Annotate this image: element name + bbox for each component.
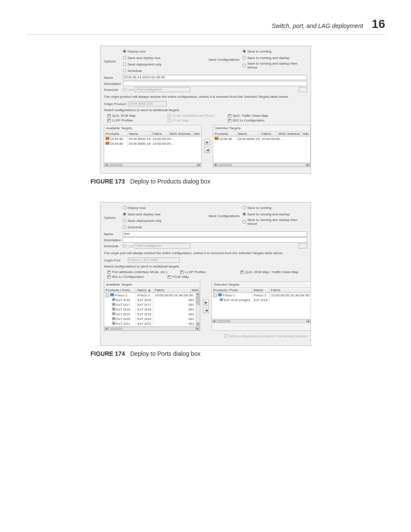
- origin-port-label: Origin Port: [104, 258, 128, 262]
- chk-lldp[interactable]: [107, 119, 111, 122]
- th-fabric[interactable]: Fabric: [153, 288, 190, 292]
- table-row: –Frisco-1Frisco-110:00:00:05:1E:A0:6E:80: [212, 293, 311, 298]
- table-row: ExT 0/16ExT 0/16001: [104, 298, 196, 302]
- table-row: –Frisco-1Frisco-110:00:00:05:1E:A0:6E:80: [104, 293, 196, 298]
- th-mac[interactable]: MAC Address: [277, 131, 302, 136]
- radio-schedule[interactable]: [123, 69, 126, 72]
- radio-save-running-startup[interactable]: [243, 56, 246, 59]
- radio-save-running-startup-reboot[interactable]: [243, 64, 246, 67]
- name-label: Name: [104, 76, 123, 80]
- move-right-button[interactable]: ▶: [203, 299, 209, 305]
- radio-save-deploy-now[interactable]: [123, 212, 126, 216]
- chk-qos-dcb[interactable]: [107, 114, 111, 118]
- radio-save-only[interactable]: [123, 219, 126, 222]
- available-targets-table[interactable]: Available Targets Products / Ports Name …: [104, 281, 200, 331]
- description-input[interactable]: [123, 81, 307, 86]
- table-row: ExT 0/18ExT 0/18001: [104, 307, 196, 312]
- radio-deploy-now[interactable]: [123, 206, 126, 209]
- description-input[interactable]: [123, 237, 307, 243]
- th-products[interactable]: Products: [104, 131, 128, 136]
- selected-targets-title: Selected Targets: [212, 282, 311, 288]
- chk-port-attrs[interactable]: [107, 271, 111, 274]
- available-targets-title: Available Targets: [104, 282, 200, 288]
- radio-label: Deploy now: [128, 206, 146, 210]
- th-inte[interactable]: Inte: [193, 131, 201, 136]
- th-name[interactable]: Name: [237, 131, 260, 136]
- table-row: ExT 0/17ExT 0/17001: [104, 302, 196, 307]
- th-fabric[interactable]: Fabric: [260, 131, 277, 136]
- radio-save-only[interactable]: [123, 62, 126, 66]
- schedule-field: <Not configured>: [134, 243, 190, 249]
- schedule-field: <Not configured>: [134, 87, 190, 92]
- save-config-label: Save Configurations: [209, 58, 243, 62]
- th-mac[interactable]: MAC: [190, 288, 200, 292]
- th-products[interactable]: Products: [213, 131, 237, 136]
- h-scrollbar[interactable]: ◄►: [104, 326, 200, 330]
- th-fabric[interactable]: Fabric: [270, 288, 311, 292]
- schedule-browse-button: [299, 87, 307, 92]
- use-checkbox: [123, 88, 126, 91]
- chk-qos-traffic[interactable]: [228, 114, 231, 118]
- port-icon: [112, 308, 115, 311]
- th-products-ports[interactable]: Products / Ports: [104, 288, 136, 292]
- switch-icon: [106, 137, 109, 140]
- radio-save-running-startup-reboot[interactable]: [243, 220, 246, 224]
- move-left-button[interactable]: ◀: [203, 307, 209, 313]
- config-checkbox-grid: Port attributes (Interface Mode, etc.) L…: [107, 270, 307, 279]
- th-name[interactable]: Name: [252, 288, 270, 292]
- radio-save-running-startup[interactable]: [243, 212, 246, 216]
- chapter-number: 16: [372, 17, 385, 31]
- options-label: Options: [104, 59, 123, 63]
- radio-deploy-now[interactable]: [123, 50, 126, 53]
- radio-label: Save deployment only: [128, 62, 162, 66]
- chk-qos-dcb-traffic[interactable]: [240, 271, 244, 274]
- th-products-ports[interactable]: Products / Ports: [212, 288, 252, 292]
- radio-save-running[interactable]: [243, 50, 246, 53]
- deploy-to-ports-dialog: Options Deploy now Save and deploy now S…: [100, 202, 311, 346]
- move-right-button[interactable]: ▶: [204, 139, 210, 145]
- radio-schedule[interactable]: [123, 225, 126, 229]
- move-left-button[interactable]: ◀: [204, 147, 210, 153]
- schedule-browse-button: [299, 243, 307, 249]
- tree-toggle-icon[interactable]: –: [213, 294, 217, 297]
- chk-vlan-classifiers: [168, 114, 171, 118]
- use-checkbox: [123, 244, 126, 248]
- tree-toggle-icon[interactable]: –: [106, 294, 109, 297]
- table-row: ExT 0/19ExT 0/19001: [104, 312, 196, 317]
- th-name[interactable]: Name: [128, 131, 151, 136]
- port-icon: [112, 317, 115, 320]
- th-mac[interactable]: MAC Address: [168, 131, 193, 136]
- h-scrollbar[interactable]: ◄►: [212, 319, 311, 323]
- radio-save-deploy-now[interactable]: [123, 56, 126, 59]
- th-inte[interactable]: Inte: [302, 131, 310, 136]
- name-input[interactable]: test: [123, 231, 307, 236]
- th-fabric[interactable]: Fabric: [151, 131, 168, 136]
- selected-targets-title: Selected Targets: [213, 125, 310, 131]
- port-icon: [112, 298, 115, 301]
- chk-8021x[interactable]: [228, 119, 231, 122]
- selected-targets-table[interactable]: Selected Targets Products Name Fabric MA…: [213, 125, 311, 167]
- table-row: DCM-80DCM-8000-16310:00:00:05:...: [104, 137, 201, 141]
- options-label: Options: [104, 216, 123, 220]
- origin-product-label: Origin Product: [104, 102, 128, 106]
- h-scrollbar[interactable]: ◄►: [213, 162, 310, 167]
- radio-label: Save to running and startup then reboot: [247, 218, 307, 226]
- h-scrollbar[interactable]: ◄►: [104, 162, 201, 167]
- use-label: Use: [128, 244, 134, 248]
- name-input[interactable]: DCB-06-14-2010-02-06-50: [123, 75, 307, 80]
- table-row: ExT 0/21ExT 0/21001: [104, 321, 196, 326]
- desc-label: Description: [104, 238, 123, 242]
- available-targets-table[interactable]: Available Targets Products Name Fabric M…: [104, 125, 202, 167]
- th-name[interactable]: Name ▲: [136, 288, 153, 292]
- selected-targets-table[interactable]: Selected Targets Products / Ports Name F…: [212, 281, 311, 331]
- radio-save-running[interactable]: [243, 206, 246, 209]
- header-title: Switch, port, and LAG deployment: [271, 22, 363, 29]
- switch-icon: [106, 142, 109, 145]
- radio-label: Save to running and startup then reboot: [247, 62, 307, 69]
- chk-8021x[interactable]: [107, 275, 111, 279]
- v-scrollbar[interactable]: ▲▼: [196, 293, 200, 326]
- schedule-label: Schedule: [104, 244, 123, 248]
- chk-fcoe[interactable]: [168, 275, 171, 279]
- chk-lldp[interactable]: [180, 271, 184, 274]
- figure-173-caption: FIGURE 173Deploy to Products dialog box: [90, 178, 385, 185]
